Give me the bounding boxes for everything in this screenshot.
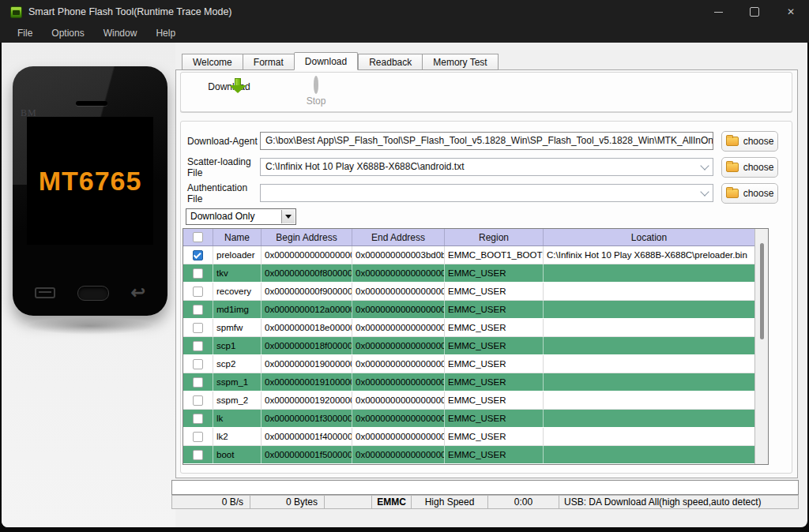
row-checkbox-cell bbox=[183, 301, 213, 318]
tab-readback[interactable]: Readback bbox=[358, 54, 422, 70]
stop-button[interactable]: Stop bbox=[280, 78, 352, 107]
tab-download[interactable]: Download bbox=[294, 52, 358, 70]
maximize-button[interactable] bbox=[736, 0, 773, 24]
cell-name: scp2 bbox=[213, 355, 262, 373]
download-button[interactable]: Download bbox=[194, 78, 265, 92]
tab-memory-test[interactable]: Memory Test bbox=[422, 54, 498, 70]
menu-item-options[interactable]: Options bbox=[42, 24, 93, 43]
phone-image: BM MT6765 bbox=[13, 66, 167, 316]
cell-begin-address: 0x000000001f300000 bbox=[262, 410, 352, 427]
cell-end-address: 0x000000000003bd0b bbox=[352, 246, 445, 264]
menu-item-window[interactable]: Window bbox=[94, 24, 147, 43]
row-checkbox[interactable] bbox=[193, 250, 203, 260]
table-row[interactable]: md1img0x0000000012a000000x00000000000000… bbox=[183, 301, 754, 319]
table-row[interactable]: boot0x000000001f5000000x0000000000000000… bbox=[183, 446, 754, 464]
cell-name: preloader bbox=[213, 246, 262, 264]
cell-region: EMMC_USER bbox=[445, 428, 544, 445]
cell-location bbox=[544, 392, 754, 409]
choose-button[interactable]: choose bbox=[721, 183, 778, 204]
table-row[interactable]: lk20x000000001f4000000x0000000000000000E… bbox=[183, 428, 754, 446]
choose-button[interactable]: choose bbox=[721, 157, 778, 178]
table-row[interactable]: preloader0x00000000000000000x00000000000… bbox=[183, 246, 754, 264]
tab-welcome[interactable]: Welcome bbox=[182, 54, 243, 70]
column-header-begin-address[interactable]: Begin Address bbox=[262, 229, 352, 245]
authentication-file-input[interactable] bbox=[260, 184, 713, 202]
row-checkbox[interactable] bbox=[193, 268, 203, 279]
choose-button[interactable]: choose bbox=[721, 131, 778, 152]
cell-region: EMMC_USER bbox=[445, 264, 544, 282]
row-checkbox[interactable] bbox=[193, 341, 203, 351]
app-window: Smart Phone Flash Tool(Runtime Trace Mod… bbox=[0, 0, 809, 532]
row-checkbox[interactable] bbox=[193, 395, 203, 406]
tab-format[interactable]: Format bbox=[243, 54, 294, 70]
cell-location bbox=[544, 410, 754, 427]
column-header-location[interactable]: Location bbox=[544, 229, 754, 245]
partition-table: NameBegin AddressEnd AddressRegionLocati… bbox=[182, 228, 769, 465]
row-checkbox[interactable] bbox=[193, 323, 203, 333]
table-row[interactable]: spmfw0x0000000018e000000x000000000000000… bbox=[183, 319, 754, 337]
cell-name: boot bbox=[213, 446, 262, 463]
table-row[interactable]: recovery0x000000000f9000000x000000000000… bbox=[183, 283, 754, 301]
table-row[interactable]: tkv0x000000000f8000000x0000000000000000E… bbox=[183, 264, 754, 283]
column-header-end-address[interactable]: End Address bbox=[352, 229, 445, 245]
cell-end-address: 0x0000000000000000 bbox=[352, 283, 445, 300]
cell-end-address: 0x0000000000000000 bbox=[352, 337, 445, 354]
field-value: C:\Infinix Hot 10 Play X688B-X688C\andro… bbox=[265, 161, 464, 172]
cell-region: EMMC_USER bbox=[445, 283, 544, 300]
table-row[interactable]: scp20x00000000190000000x0000000000000000… bbox=[183, 355, 754, 373]
vertical-scrollbar[interactable] bbox=[754, 229, 768, 464]
row-checkbox-cell bbox=[183, 373, 213, 391]
client-area: BM MT6765 WelcomeFormatDownloadReadbackM… bbox=[2, 43, 807, 527]
cell-location bbox=[544, 355, 754, 373]
row-checkbox-cell bbox=[183, 283, 213, 300]
menu-item-file[interactable]: File bbox=[8, 24, 42, 43]
select-all-checkbox[interactable] bbox=[193, 232, 203, 242]
combo-arrow-icon[interactable] bbox=[698, 186, 711, 200]
table-row[interactable]: lk0x000000001f3000000x0000000000000000EM… bbox=[183, 410, 754, 428]
scatter-loading-file-input[interactable]: C:\Infinix Hot 10 Play X688B-X688C\andro… bbox=[260, 158, 713, 176]
cell-end-address: 0x0000000000000000 bbox=[352, 428, 445, 445]
minimize-button[interactable] bbox=[700, 0, 736, 24]
download-agent-input[interactable]: G:\box\Best App\SP_Flash_Tool\SP_Flash_T… bbox=[260, 132, 713, 150]
cell-region: EMMC_USER bbox=[445, 410, 544, 427]
combo-arrow-icon[interactable] bbox=[698, 160, 711, 174]
column-header-region[interactable]: Region bbox=[445, 229, 544, 245]
status-speed: 0 B/s bbox=[172, 496, 250, 508]
row-checkbox-cell bbox=[183, 337, 213, 354]
table-row[interactable]: sspm_10x00000000191000000x00000000000000… bbox=[183, 373, 754, 392]
download-mode-select[interactable]: Download Only bbox=[186, 208, 296, 225]
row-checkbox[interactable] bbox=[193, 305, 203, 315]
row-checkbox[interactable] bbox=[193, 377, 203, 388]
row-checkbox-cell bbox=[183, 410, 213, 427]
close-button[interactable] bbox=[773, 0, 809, 24]
toolbar-group: Download Stop bbox=[180, 72, 792, 112]
cell-begin-address: 0x0000000012a00000 bbox=[262, 301, 352, 318]
cell-name: tkv bbox=[213, 264, 262, 282]
status-bytes: 0 Bytes bbox=[250, 496, 325, 508]
row-checkbox[interactable] bbox=[193, 432, 203, 442]
menu-item-help[interactable]: Help bbox=[146, 24, 185, 43]
cell-name: sspm_2 bbox=[213, 392, 262, 409]
cell-end-address: 0x0000000000000000 bbox=[352, 410, 445, 427]
cell-location bbox=[544, 337, 754, 354]
cell-end-address: 0x0000000000000000 bbox=[352, 301, 445, 318]
row-checkbox-cell bbox=[183, 264, 213, 282]
field-value: G:\box\Best App\SP_Flash_Tool\SP_Flash_T… bbox=[265, 135, 713, 146]
phone-screen: MT6765 bbox=[27, 117, 153, 245]
cell-region: EMMC_USER bbox=[445, 373, 544, 391]
row-checkbox[interactable] bbox=[193, 287, 203, 297]
row-checkbox[interactable] bbox=[193, 359, 203, 369]
row-checkbox[interactable] bbox=[193, 450, 203, 460]
menu-key-icon bbox=[35, 287, 55, 298]
table-row[interactable]: sspm_20x00000000192000000x00000000000000… bbox=[183, 392, 754, 410]
status-elapsed-time: 0:00 bbox=[488, 496, 559, 508]
table-row[interactable]: scp10x0000000018f000000x0000000000000000… bbox=[183, 337, 754, 355]
scrollbar-thumb[interactable] bbox=[760, 243, 764, 339]
cell-begin-address: 0x0000000019100000 bbox=[262, 373, 352, 391]
row-checkbox[interactable] bbox=[193, 414, 203, 424]
column-header-name[interactable]: Name bbox=[213, 229, 262, 245]
cell-location bbox=[544, 446, 754, 463]
dropdown-arrow-icon[interactable] bbox=[281, 210, 295, 223]
phone-nav-buttons bbox=[13, 283, 167, 303]
cell-region: EMMC_BOOT1_BOOT2 bbox=[445, 246, 544, 264]
